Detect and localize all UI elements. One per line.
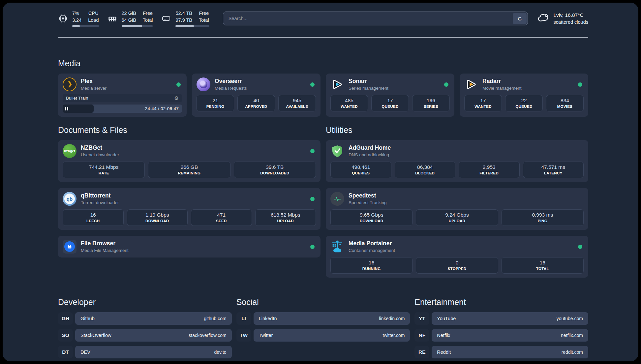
- stat-label: MOVIES: [548, 105, 582, 108]
- stat-label: APPROVED: [239, 105, 273, 108]
- bookmark-github[interactable]: GH Github github.com: [58, 312, 232, 325]
- stat-label: RUNNING: [332, 267, 411, 271]
- stat-box: 744.21 Mbps RATE: [63, 162, 145, 178]
- gear-icon[interactable]: ⚙: [174, 96, 179, 101]
- bookmark-abbr: RE: [414, 346, 429, 358]
- stat-label: QUERIES: [332, 171, 390, 175]
- dashboard: 7% 3.24 CPU Load: [3, 3, 638, 361]
- app-subtitle: Torrent downloader: [81, 200, 119, 206]
- bookmark-netflix[interactable]: NF Netflix netflix.com: [414, 329, 588, 342]
- stat-value: 834: [548, 98, 582, 104]
- storage-total-label: Total: [199, 17, 209, 24]
- stat-box: 17 WANTED: [464, 95, 502, 111]
- app-card-plex[interactable]: Plex Media server Bullet Train ⚙ 24:44 /…: [58, 74, 187, 117]
- bookmark-url: youtube.com: [557, 316, 583, 321]
- stat-label: LEECH: [64, 219, 122, 223]
- documents-column: nzbget NZBGet Usenet downloader 744.21 M…: [58, 140, 320, 258]
- stat-value: 17: [466, 98, 500, 104]
- memory-progress-bar: [122, 25, 153, 27]
- storage-icon: [161, 14, 171, 23]
- stat-value: 17: [373, 98, 407, 104]
- app-title: Sonarr: [349, 77, 388, 85]
- app-card-qbittorrent[interactable]: qb qBittorrent Torrent downloader 16 LEE…: [58, 188, 320, 230]
- bookmark-dev[interactable]: DT DEV dev.to: [58, 346, 232, 358]
- section-title-documents: Documents & Files: [58, 125, 320, 135]
- bookmark-reddit[interactable]: RE Reddit reddit.com: [414, 346, 588, 358]
- stat-value: 16: [64, 212, 122, 218]
- bookmark-youtube[interactable]: YT YouTube youtube.com: [414, 312, 588, 325]
- stat-value: 22: [507, 98, 541, 104]
- cpu-icon: [58, 14, 68, 23]
- weather-location: Lviv, 16.87°C: [553, 12, 588, 19]
- app-subtitle: Series management: [349, 85, 388, 91]
- cpu-stat-group: 7% 3.24 CPU Load: [58, 10, 99, 27]
- stat-label: UPLOAD: [257, 219, 315, 223]
- app-title: Media Portainer: [349, 240, 395, 247]
- stat-box: 485 WANTED: [330, 95, 368, 111]
- stat-label: QUEUED: [373, 105, 407, 108]
- stat-box: 0.993 ms PING: [502, 209, 584, 226]
- status-dot: [310, 82, 315, 87]
- app-subtitle: Movie management: [482, 85, 522, 91]
- bookmark-twitter[interactable]: TW Twitter twitter.com: [236, 329, 410, 342]
- storage-stat-group: 52.4 TB 97.9 TB Free Total: [161, 10, 209, 27]
- stat-box: 945 AVAILABLE: [278, 95, 316, 111]
- stat-value: 618.52 Mbps: [257, 212, 315, 218]
- bookmark-name: Twitter: [259, 333, 273, 338]
- stat-value: 40: [239, 98, 273, 104]
- app-title: File Browser: [81, 240, 129, 247]
- app-card-portainer[interactable]: Media Portainer Container management 16 …: [326, 236, 588, 278]
- stat-box: 16 RUNNING: [330, 257, 412, 274]
- search-engine-button[interactable]: G: [513, 13, 527, 24]
- stat-value: 945: [280, 98, 314, 104]
- app-card-sonarr[interactable]: Sonarr Series management 485 WANTED 17 Q…: [326, 74, 454, 117]
- stat-box: 47.571 ms LATENCY: [523, 162, 584, 178]
- stat-label: PENDING: [198, 105, 232, 108]
- stat-value: 2,953: [460, 164, 518, 170]
- app-card-radarr[interactable]: Radarr Movie management 17 WANTED 22 QUE…: [460, 74, 588, 117]
- cpu-progress-bar: [72, 25, 99, 27]
- top-bar: 7% 3.24 CPU Load: [58, 10, 588, 27]
- stat-value: 86,384: [396, 164, 454, 170]
- status-dot: [176, 82, 181, 87]
- bookmark-linkedin[interactable]: LI LinkedIn linkedin.com: [236, 312, 410, 325]
- section-title-utilities: Utilities: [326, 125, 588, 135]
- stat-box: 196 SERIES: [412, 95, 450, 111]
- section-title-media: Media: [58, 59, 588, 68]
- stat-box: 471 SEED: [191, 209, 252, 226]
- stat-label: SEED: [193, 219, 250, 223]
- utilities-column: AdGuard Home DNS and adblocking 498,461 …: [326, 140, 588, 278]
- app-card-filebrowser[interactable]: File Browser Media File Management: [58, 236, 320, 258]
- stat-label: SERIES: [414, 105, 448, 108]
- stat-box: 39.6 TB DOWNLOADED: [234, 162, 316, 178]
- app-card-adguard[interactable]: AdGuard Home DNS and adblocking 498,461 …: [326, 140, 588, 182]
- app-subtitle: Media server: [81, 85, 107, 91]
- cpu-label: CPU: [88, 10, 99, 17]
- developer-bookmarks: GH Github github.com SO StackOverflow st…: [58, 312, 232, 358]
- memory-stat-group: 22 GiB 64 GiB Free Total: [107, 10, 153, 27]
- search-bar: G: [223, 12, 528, 25]
- stat-box: 22 QUEUED: [505, 95, 543, 111]
- search-input[interactable]: [223, 12, 528, 25]
- cpu-load-label: Load: [88, 17, 99, 24]
- player-progress-bar[interactable]: 24:44 / 02:06:47: [63, 105, 182, 113]
- adguard-icon: [330, 144, 344, 158]
- pause-icon[interactable]: [65, 107, 68, 110]
- memory-total-value: 64 GiB: [122, 17, 136, 24]
- system-stats: 7% 3.24 CPU Load: [58, 10, 209, 27]
- bookmark-url: netflix.com: [561, 333, 583, 338]
- stat-value: 471: [193, 212, 250, 218]
- stat-value: 9.65 Gbps: [332, 212, 411, 218]
- app-card-speedtest[interactable]: Speedtest Speedtest Tracking 9.65 Gbps D…: [326, 188, 588, 230]
- bookmark-name: Netflix: [437, 333, 450, 338]
- app-card-nzbget[interactable]: nzbget NZBGet Usenet downloader 744.21 M…: [58, 140, 320, 182]
- app-card-overseerr[interactable]: Overseerr Media Requests 21 PENDING 40 A…: [192, 74, 320, 117]
- bookmark-name: Reddit: [437, 349, 451, 355]
- stat-label: LATENCY: [525, 171, 582, 175]
- stat-box: 40 APPROVED: [237, 95, 275, 111]
- bookmark-url: linkedin.com: [379, 316, 405, 321]
- stat-box: 16 LEECH: [63, 209, 124, 226]
- status-dot: [444, 82, 448, 87]
- bookmark-stackoverflow[interactable]: SO StackOverflow stackoverflow.com: [58, 329, 232, 342]
- bookmark-abbr: TW: [236, 329, 251, 342]
